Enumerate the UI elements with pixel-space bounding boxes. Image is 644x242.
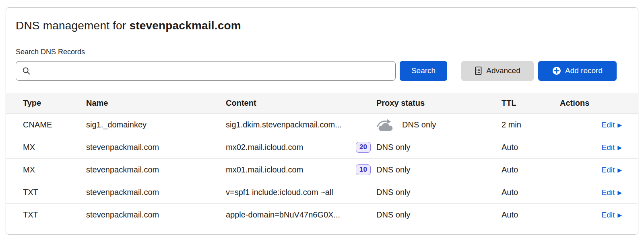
edit-arrow-icon: ▶ <box>617 167 622 173</box>
table-row: MX stevenpackmail.com mx02.mail.icloud.c… <box>6 136 638 159</box>
column-header-name: Name <box>86 93 226 114</box>
proxy-status-label: DNS only <box>376 165 410 174</box>
proxy-status-label: DNS only <box>376 188 410 197</box>
edit-link-label: Edit <box>601 143 615 152</box>
edit-arrow-icon: ▶ <box>617 145 622 150</box>
cell-name: stevenpackmail.com <box>86 181 226 204</box>
proxy-status-label: DNS only <box>376 143 410 152</box>
proxy-status-label: DNS only <box>376 210 410 219</box>
page-title: DNS management for stevenpackmail.com <box>16 19 628 33</box>
edit-link[interactable]: Edit ▶ <box>601 143 622 152</box>
edit-link-label: Edit <box>601 121 615 129</box>
edit-link-label: Edit <box>601 188 615 197</box>
cell-type: TXT <box>6 204 86 226</box>
priority-badge: 10 <box>356 164 371 175</box>
advanced-button-label: Advanced <box>486 66 520 75</box>
cell-ttl: 2 min <box>502 114 560 136</box>
proxy-status-label: DNS only <box>402 120 436 129</box>
add-record-button[interactable]: Add record <box>538 61 617 81</box>
cell-type: CNAME <box>6 114 86 136</box>
cell-type: MX <box>6 159 86 181</box>
cell-content: v=spf1 include:icloud.com ~all <box>226 188 333 197</box>
cell-ttl: Auto <box>502 136 560 159</box>
column-header-ttl: TTL <box>502 93 560 114</box>
page-title-prefix: DNS management for <box>16 19 129 32</box>
search-box <box>16 61 396 81</box>
table-row: CNAME sig1._domainkey sig1.dkim.stevenpa… <box>6 114 638 136</box>
add-record-button-label: Add record <box>565 66 603 75</box>
edit-arrow-icon: ▶ <box>617 122 622 128</box>
column-header-actions: Actions <box>560 93 638 114</box>
edit-link[interactable]: Edit ▶ <box>601 166 622 174</box>
edit-link-label: Edit <box>601 211 615 219</box>
priority-badge: 20 <box>356 142 371 153</box>
cell-content: apple-domain=bNuV47n6G0X... <box>226 210 340 219</box>
edit-link[interactable]: Edit ▶ <box>601 188 622 197</box>
edit-arrow-icon: ▶ <box>617 190 622 195</box>
edit-arrow-icon: ▶ <box>617 212 622 218</box>
cell-ttl: Auto <box>502 181 560 204</box>
dns-management-card: DNS management for stevenpackmail.com Se… <box>6 7 638 235</box>
edit-link[interactable]: Edit ▶ <box>601 121 622 129</box>
table-header-row: Type Name Content Proxy status TTL Actio… <box>6 93 638 114</box>
search-input[interactable] <box>16 61 396 81</box>
table-row: TXT stevenpackmail.com v=spf1 include:ic… <box>6 181 638 204</box>
cell-content: sig1.dkim.stevenpackmail.com... <box>226 120 342 129</box>
search-label: Search DNS Records <box>16 48 628 56</box>
cell-name: stevenpackmail.com <box>86 136 226 159</box>
cell-type: TXT <box>6 181 86 204</box>
cell-content: mx01.mail.icloud.com <box>226 165 303 174</box>
edit-link[interactable]: Edit ▶ <box>601 211 622 219</box>
dns-table-body: CNAME sig1._domainkey sig1.dkim.stevenpa… <box>6 114 638 226</box>
cell-name: stevenpackmail.com <box>86 204 226 226</box>
cell-name: stevenpackmail.com <box>86 159 226 181</box>
cell-content: mx02.mail.icloud.com <box>226 143 303 152</box>
column-header-content: Content <box>226 93 376 114</box>
domain-name: stevenpackmail.com <box>129 19 241 32</box>
search-button[interactable]: Search <box>400 61 447 81</box>
cell-type: MX <box>6 136 86 159</box>
column-header-type: Type <box>6 93 86 114</box>
search-button-label: Search <box>411 66 436 75</box>
advanced-button[interactable]: Advanced <box>461 61 534 81</box>
table-row: TXT stevenpackmail.com apple-domain=bNuV… <box>6 204 638 226</box>
cell-ttl: Auto <box>502 204 560 226</box>
list-document-icon <box>475 66 482 75</box>
edit-link-label: Edit <box>601 166 615 174</box>
column-header-proxy: Proxy status <box>376 93 502 114</box>
toolbar: Search Advanced <box>16 61 628 81</box>
table-row: MX stevenpackmail.com mx01.mail.icloud.c… <box>6 159 638 181</box>
cell-ttl: Auto <box>502 159 560 181</box>
dns-records-table: Type Name Content Proxy status TTL Actio… <box>6 93 638 226</box>
dns-only-cloud-icon <box>376 118 395 131</box>
cell-name: sig1._domainkey <box>86 114 226 136</box>
plus-circle-icon <box>552 66 561 75</box>
